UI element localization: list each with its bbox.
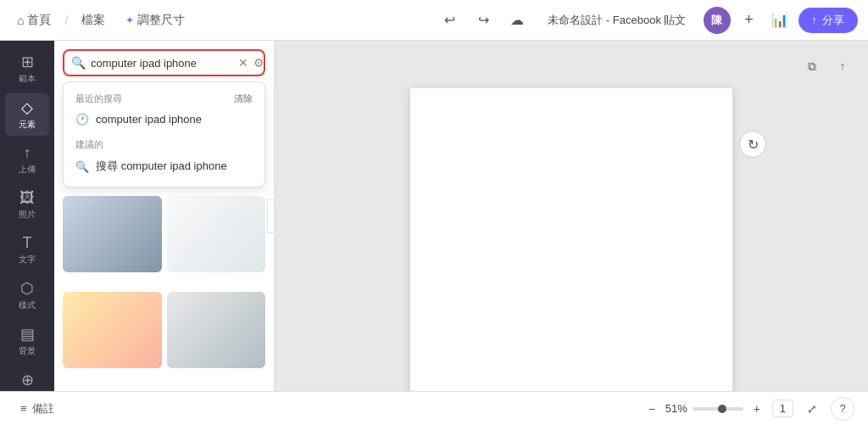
share-icon: ↑: [812, 14, 818, 26]
cloud-save-button[interactable]: ☁: [504, 7, 531, 34]
canvas-toolbar: ⧉ ↑: [800, 54, 854, 78]
sidebar-item-text[interactable]: T 文字: [5, 229, 49, 271]
fullscreen-button[interactable]: ⤢: [800, 397, 824, 421]
redo-button[interactable]: ↪: [470, 7, 497, 34]
suggested-search-text: 搜尋 computer ipad iphone: [96, 159, 227, 174]
add-collaborator-button[interactable]: +: [737, 8, 761, 32]
page-indicator[interactable]: 1: [772, 400, 793, 417]
share-button[interactable]: ↑ 分享: [798, 8, 859, 33]
canvas-area: ⧉ ↑ ↻ + 新增頁面 ^: [275, 41, 868, 391]
nav-files-button[interactable]: 檔案: [75, 9, 112, 31]
share-label: 分享: [822, 13, 844, 28]
canvas-frame[interactable]: [410, 88, 732, 391]
suggested-label: 建議的: [64, 131, 264, 153]
clock-icon: 🕐: [75, 113, 89, 126]
stats-button[interactable]: 📊: [768, 8, 792, 32]
sidebar-item-upload[interactable]: ↑ 上傳: [5, 139, 49, 181]
style-icon: ⬡: [20, 279, 34, 298]
avatar[interactable]: 陳: [704, 7, 731, 34]
collapse-panel-button[interactable]: ‹: [267, 199, 275, 233]
sidebar-item-photos[interactable]: 🖼 照片: [5, 184, 49, 226]
nav-adjust-button[interactable]: ✦ 調整尺寸: [119, 9, 192, 31]
zoom-out-button[interactable]: −: [643, 400, 660, 417]
thumbnail-item[interactable]: [167, 292, 266, 368]
sidebar-item-elements[interactable]: ◇ 元素: [5, 93, 49, 136]
zoom-controls: − 51% +: [643, 400, 765, 417]
search-panel: 🔍 ✕ ⚙ 最近的搜尋 清除 🕐 computer ipad iphone 建議…: [54, 41, 275, 391]
text-icon: T: [23, 234, 32, 252]
sidebar-item-templates[interactable]: ⊞ 範本: [5, 48, 49, 90]
export-page-button[interactable]: ↑: [831, 54, 854, 78]
zoom-slider[interactable]: [693, 407, 743, 411]
clear-recent-button[interactable]: 清除: [234, 92, 253, 105]
upload-icon: ↑: [24, 144, 31, 162]
undo-button[interactable]: ↩: [436, 7, 463, 34]
icon-sidebar: ⊞ 範本 ◇ 元素 ↑ 上傳 🖼 照片 T 文字 ⬡ 樣式 ▤ 背景 ⊕ 標誌: [0, 41, 54, 391]
recent-searches-label: 最近的搜尋 清除: [64, 89, 264, 107]
zoom-percent[interactable]: 51%: [665, 402, 687, 415]
notes-label: 備註: [32, 401, 54, 417]
copy-page-button[interactable]: ⧉: [800, 54, 824, 78]
nav-home-button[interactable]: ⌂ 首頁: [10, 9, 58, 31]
thumb-image-3: [63, 292, 162, 368]
clear-search-button[interactable]: ✕: [238, 56, 248, 70]
nav-home-label: 首頁: [27, 13, 51, 28]
sidebar-item-tags[interactable]: ⊕ 標誌: [5, 366, 49, 391]
zoom-thumb: [718, 405, 726, 413]
page-number: 1: [780, 402, 786, 415]
thumbnail-item[interactable]: [63, 196, 162, 272]
nav-divider: /: [64, 14, 68, 27]
bottom-bar: ≡ 備註 − 51% + 1 ⤢ ?: [0, 391, 868, 425]
search-suggest-icon: 🔍: [75, 160, 89, 173]
thumb-image-2: [167, 196, 266, 272]
recent-search-text: computer ipad iphone: [96, 113, 202, 126]
search-dropdown: 最近的搜尋 清除 🕐 computer ipad iphone 建議的 🔍 搜尋…: [63, 81, 265, 187]
elements-icon: ◇: [21, 98, 33, 117]
star-icon: ✦: [125, 14, 134, 26]
search-bar[interactable]: 🔍 ✕ ⚙: [63, 49, 265, 76]
document-title: 未命名設計 - Facebook 貼文: [537, 13, 696, 28]
photos-icon: 🖼: [19, 189, 35, 207]
sidebar-item-background[interactable]: ▤ 背景: [5, 320, 49, 362]
home-icon: ⌂: [17, 14, 24, 27]
search-icon: 🔍: [71, 56, 86, 70]
zoom-in-button[interactable]: +: [748, 400, 765, 417]
suggested-search-item[interactable]: 🔍 搜尋 computer ipad iphone: [64, 153, 264, 180]
search-input[interactable]: [91, 57, 233, 70]
thumbnail-grid: [54, 187, 274, 391]
thumbnail-item[interactable]: [167, 196, 266, 272]
templates-icon: ⊞: [21, 53, 34, 71]
recent-search-item[interactable]: 🕐 computer ipad iphone: [64, 107, 264, 131]
tags-icon: ⊕: [21, 371, 34, 389]
filter-button[interactable]: ⚙: [253, 56, 264, 70]
notes-icon: ≡: [20, 402, 27, 415]
help-button[interactable]: ?: [831, 397, 854, 421]
notes-button[interactable]: ≡ 備註: [14, 398, 61, 420]
thumbnail-item[interactable]: [63, 292, 162, 368]
thumb-image-4: [167, 292, 266, 368]
thumb-image-1: [63, 196, 162, 272]
refresh-button[interactable]: ↻: [739, 131, 766, 158]
sidebar-item-style[interactable]: ⬡ 樣式: [5, 274, 49, 316]
nav-adjust-label: 調整尺寸: [137, 13, 185, 28]
background-icon: ▤: [20, 325, 35, 344]
